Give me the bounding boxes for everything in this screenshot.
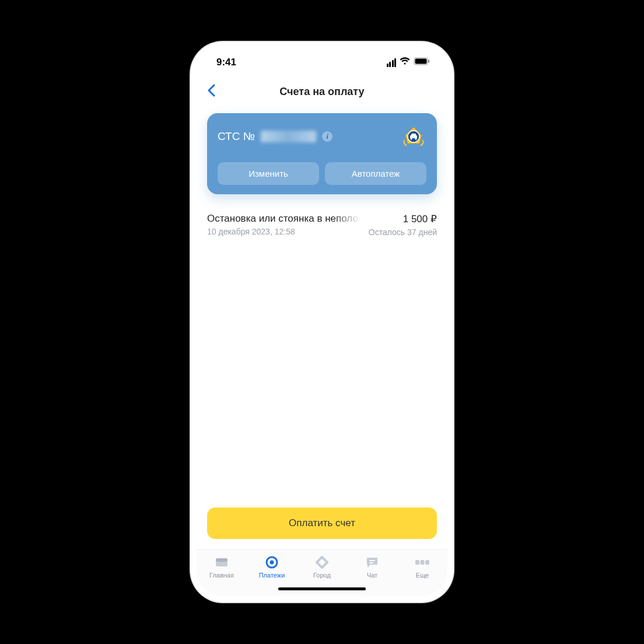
tab-label: Чат (367, 572, 377, 579)
stc-card-top: СТС № i (218, 124, 426, 149)
status-time: 9:41 (216, 57, 236, 68)
city-icon (314, 555, 330, 570)
info-icon[interactable]: i (322, 131, 332, 142)
chat-icon (365, 555, 380, 570)
svg-point-12 (270, 561, 274, 565)
tab-payments[interactable]: Платежи (247, 555, 297, 579)
cellular-icon (387, 58, 397, 67)
svg-rect-15 (415, 560, 419, 565)
card-buttons: Изменить Автоплатеж (218, 162, 426, 185)
tab-home[interactable]: Главная (197, 555, 247, 579)
svg-point-8 (415, 138, 416, 139)
tab-label: Главная (209, 572, 234, 579)
pay-button-wrap: Оплатить счет (207, 508, 437, 550)
phone-screen: 9:41 Счета на оплату (197, 48, 447, 596)
svg-rect-16 (421, 560, 425, 565)
tab-label: Еще (416, 572, 429, 579)
back-button[interactable] (207, 83, 215, 100)
tab-more[interactable]: Еще (397, 555, 447, 579)
pay-button[interactable]: Оплатить счет (207, 508, 437, 539)
svg-rect-10 (216, 558, 228, 562)
edit-button[interactable]: Изменить (218, 162, 319, 185)
tab-label: Город (313, 572, 331, 579)
fine-left: Остановка или стоянка в неположенном мес… (207, 213, 360, 236)
content: СТС № i (197, 106, 447, 550)
nav-header: Счета на оплату (197, 77, 447, 106)
tab-chat[interactable]: Чат (347, 555, 397, 579)
status-bar: 9:41 (197, 48, 447, 77)
battery-icon (414, 57, 430, 68)
fine-list: Остановка или стоянка в неположенном мес… (207, 213, 437, 237)
tab-label: Платежи (259, 572, 285, 579)
fine-amount: 1 500 ₽ (369, 213, 437, 225)
page-title: Счета на оплату (197, 86, 447, 98)
svg-rect-6 (411, 134, 416, 136)
tab-bar: Главная Платежи Город Чат (197, 550, 447, 596)
stc-number-redacted (261, 131, 316, 142)
fine-remaining: Осталось 37 дней (369, 228, 437, 237)
autopay-button[interactable]: Автоплатеж (325, 162, 426, 185)
svg-rect-1 (415, 59, 427, 64)
home-indicator[interactable] (278, 587, 366, 590)
more-icon (415, 555, 430, 570)
fine-right: 1 500 ₽ Осталось 37 дней (369, 213, 437, 237)
police-emblem-icon (401, 124, 426, 149)
svg-rect-2 (428, 60, 429, 63)
fine-date: 10 декабря 2023, 12:58 (207, 227, 360, 236)
svg-rect-14 (369, 562, 373, 564)
stc-label: СТС № (218, 130, 255, 143)
home-icon (214, 555, 229, 570)
payments-icon (264, 555, 279, 570)
fine-title: Остановка или стоянка в неположенном мес… (207, 213, 360, 225)
tab-city[interactable]: Город (297, 555, 347, 579)
svg-point-7 (410, 138, 412, 139)
phone-frame: 9:41 Счета на оплату (191, 42, 453, 602)
svg-rect-17 (425, 560, 429, 565)
wifi-icon (400, 57, 410, 68)
fine-row[interactable]: Остановка или стоянка в неположенном мес… (207, 213, 437, 237)
stc-left: СТС № i (218, 130, 332, 143)
stc-card: СТС № i (207, 113, 437, 194)
status-indicators (387, 57, 430, 68)
svg-rect-13 (369, 560, 375, 561)
